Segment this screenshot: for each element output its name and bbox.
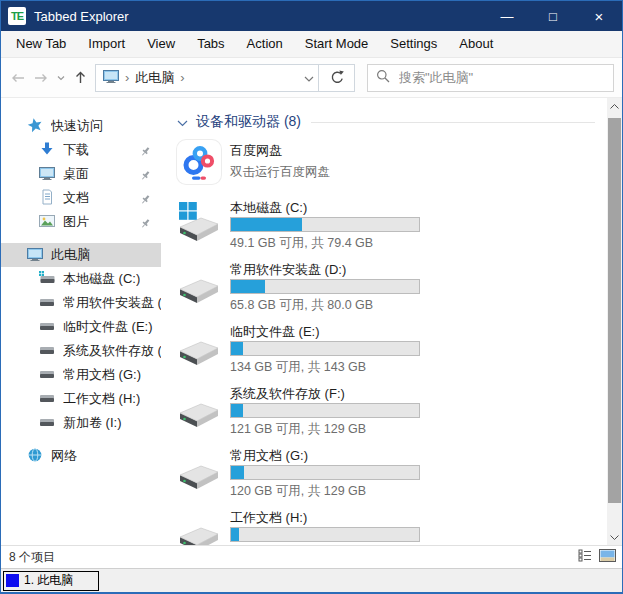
thumbnail-view-icon[interactable] [599, 549, 616, 565]
scroll-up-icon[interactable] [607, 98, 622, 114]
item-drive-f[interactable]: 系统及软件存放 (F:) 121 GB 可用, 共 129 GB [177, 384, 601, 446]
menu-view[interactable]: View [136, 31, 186, 57]
hard-drive-icon [39, 415, 55, 431]
close-button[interactable]: × [576, 1, 622, 31]
search-box[interactable] [367, 64, 614, 92]
item-subtitle: 双击运行百度网盘 [230, 164, 330, 181]
sidebar-item-label: 系统及软件存放 (F:) [63, 342, 161, 360]
this-pc-icon [103, 69, 119, 86]
capacity-bar [230, 341, 420, 356]
sidebar-item-documents[interactable]: 文档 [1, 186, 161, 210]
sidebar-item-label: 工作文档 (H:) [63, 390, 140, 408]
star-icon [27, 117, 43, 136]
drive-name: 本地磁盘 (C:) [230, 199, 420, 216]
details-view-icon[interactable] [578, 549, 592, 565]
refresh-button[interactable] [319, 64, 355, 92]
address-dropdown-icon[interactable] [304, 70, 314, 85]
sidebar-item-label: 快速访问 [51, 117, 103, 135]
pin-icon [140, 145, 151, 160]
tab-this-pc[interactable]: 1. 此电脑 [3, 571, 99, 591]
vertical-scrollbar[interactable] [607, 98, 622, 545]
sidebar-item-label: 本地磁盘 (C:) [63, 270, 140, 288]
sidebar-item-drive-h[interactable]: 工作文档 (H:) [1, 387, 161, 411]
capacity-bar [230, 465, 420, 480]
sidebar-item-desktop[interactable]: 桌面 [1, 162, 161, 186]
forward-icon[interactable] [34, 72, 48, 84]
pin-icon [140, 193, 151, 208]
capacity-bar [230, 279, 420, 294]
menu-import[interactable]: Import [77, 31, 136, 57]
scroll-down-icon[interactable] [607, 529, 622, 545]
history-chevron-icon[interactable] [57, 75, 65, 81]
drive-name: 临时文件盘 (E:) [230, 323, 420, 340]
sidebar-item-drive-i[interactable]: 新加卷 (I:) [1, 411, 161, 435]
item-drive-e[interactable]: 临时文件盘 (E:) 134 GB 可用, 共 143 GB [177, 322, 601, 384]
item-drive-h[interactable]: 工作文档 (H:) 123 GB 可用, 共 127 GB [177, 508, 601, 545]
item-baidu-netdisk[interactable]: 百度网盘 双击运行百度网盘 [177, 140, 601, 198]
sidebar-item-drive-c[interactable]: 本地磁盘 (C:) [1, 267, 161, 291]
breadcrumb[interactable]: › 此电脑 › [95, 64, 319, 92]
sidebar-item-downloads[interactable]: 下载 [1, 138, 161, 162]
this-pc-icon [27, 247, 43, 264]
section-devices-and-drives[interactable]: 设备和驱动器 (8) [177, 110, 601, 134]
tab-bar: 1. 此电脑 [1, 568, 622, 592]
sidebar-item-quick-access[interactable]: 快速访问 [1, 114, 161, 138]
hard-drive-icon [177, 508, 230, 545]
breadcrumb-path[interactable]: 此电脑 [135, 69, 174, 87]
tab-label: 1. 此电脑 [24, 572, 73, 589]
sidebar-item-drive-f[interactable]: 系统及软件存放 (F:) [1, 339, 161, 363]
menu-about[interactable]: About [448, 31, 504, 57]
breadcrumb-separator: › [125, 70, 129, 85]
menu-start-mode[interactable]: Start Mode [294, 31, 380, 57]
item-drive-g[interactable]: 常用文档 (G:) 120 GB 可用, 共 129 GB [177, 446, 601, 508]
capacity-bar [230, 403, 420, 418]
status-bar: 8 个项目 [1, 545, 622, 568]
desktop-icon [39, 166, 55, 183]
chevron-down-icon[interactable] [177, 115, 188, 130]
picture-icon [39, 213, 55, 232]
back-icon[interactable] [11, 72, 25, 84]
sidebar-item-label: 下载 [63, 141, 89, 159]
sidebar-item-label: 常用软件安装盘 (D:) [63, 294, 161, 312]
hard-drive-icon [177, 446, 230, 493]
sidebar-item-drive-d[interactable]: 常用软件安装盘 (D:) [1, 291, 161, 315]
hard-drive-icon [177, 260, 230, 307]
sidebar-item-drive-e[interactable]: 临时文件盘 (E:) [1, 315, 161, 339]
item-count: 8 个项目 [9, 549, 55, 566]
capacity-bar-fill [231, 280, 265, 293]
sidebar-item-this-pc[interactable]: 此电脑 [1, 243, 161, 267]
document-icon [39, 189, 55, 208]
pin-icon [140, 169, 151, 184]
menu-action[interactable]: Action [236, 31, 294, 57]
sidebar-item-label: 网络 [51, 447, 77, 465]
titlebar: TE Tabbed Explorer — □ × [1, 1, 622, 31]
drive-capacity-text: 121 GB 可用, 共 129 GB [230, 421, 420, 438]
menu-bar: New Tab Import View Tabs Action Start Mo… [1, 31, 622, 58]
capacity-bar-fill [231, 466, 244, 479]
section-title: 设备和驱动器 (8) [196, 113, 301, 131]
hard-drive-icon [39, 271, 55, 287]
drive-name: 常用文档 (G:) [230, 447, 420, 464]
menu-settings[interactable]: Settings [379, 31, 448, 57]
capacity-bar-fill [231, 342, 243, 355]
sidebar-item-label: 桌面 [63, 165, 89, 183]
item-drive-c[interactable]: 本地磁盘 (C:) 49.1 GB 可用, 共 79.4 GB [177, 198, 601, 260]
sidebar-item-drive-g[interactable]: 常用文档 (G:) [1, 363, 161, 387]
sidebar-item-pictures[interactable]: 图片 [1, 210, 161, 234]
menu-new-tab[interactable]: New Tab [5, 31, 77, 57]
capacity-bar-fill [231, 404, 243, 417]
item-drive-d[interactable]: 常用软件安装盘 (D:) 65.8 GB 可用, 共 80.0 GB [177, 260, 601, 322]
capacity-bar-fill [231, 218, 302, 231]
hard-drive-icon [39, 367, 55, 383]
maximize-button[interactable]: □ [530, 1, 576, 31]
sidebar-item-label: 常用文档 (G:) [63, 366, 141, 384]
menu-tabs[interactable]: Tabs [186, 31, 235, 57]
up-icon[interactable] [74, 71, 87, 84]
sidebar-item-network[interactable]: 网络 [1, 444, 161, 468]
network-icon [27, 447, 43, 466]
windows-logo-icon [178, 200, 198, 223]
search-input[interactable] [399, 70, 605, 85]
minimize-button[interactable]: — [484, 1, 530, 31]
scrollbar-thumb[interactable] [608, 118, 621, 503]
item-name: 百度网盘 [230, 142, 330, 160]
